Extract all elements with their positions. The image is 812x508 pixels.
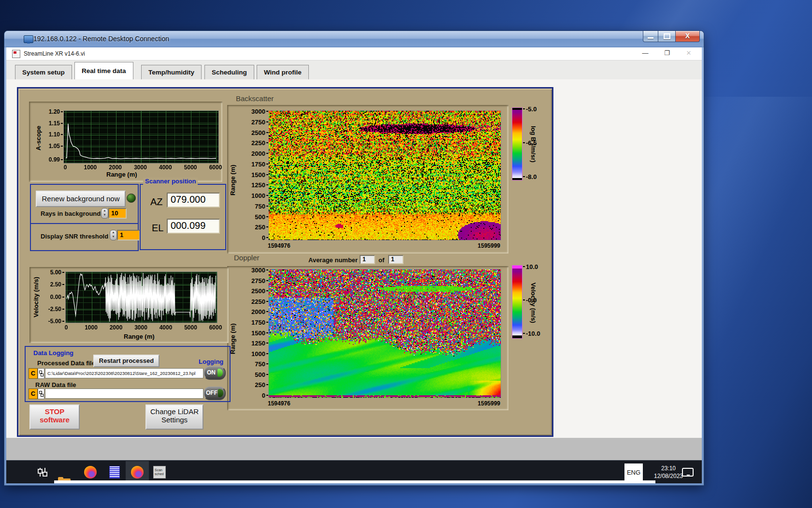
axis-tick-label (266, 216, 268, 217)
axis-tick-label (266, 363, 268, 364)
axis-tick-label (61, 111, 63, 112)
rays-in-background-label: Rays in background (41, 210, 101, 217)
rays-spinner[interactable]: ▲▼ (101, 208, 108, 219)
processed-drive-selector[interactable]: C (29, 368, 38, 379)
firefox-active-icon[interactable] (131, 466, 144, 478)
axis-tick-label (523, 266, 525, 267)
el-value-field[interactable]: 000.099 (167, 219, 220, 234)
scan-label-1: Scan (155, 468, 165, 472)
language-indicator[interactable]: ENG (624, 463, 643, 482)
app-window: StreamLine XR v14-6.vi — ❐ ✕ System setu… (6, 47, 702, 438)
scanner-position-title: Scanner position (143, 178, 198, 185)
tab-temp-humidity[interactable]: Temp/humidity (141, 65, 202, 79)
axis-tick-label (62, 309, 64, 310)
processed-data-file-label: Processed Data file (37, 359, 95, 367)
rdp-window: 192.168.0.122 - Remote Desktop Connectio… (4, 31, 704, 485)
velocity-plot-canvas (65, 271, 218, 323)
colorbar-tick-label: -10.0 (526, 330, 540, 337)
average-number-field[interactable]: 1 (360, 255, 375, 264)
velocity-graph: Velocity (m/s) Range (m) 5.002.500.00-2.… (29, 267, 229, 343)
axis-tick-label: 2000 (244, 308, 265, 315)
axis-tick-label: 6000 (206, 324, 225, 331)
rdp-close-button[interactable]: X (675, 31, 700, 42)
axis-tick-label (266, 311, 268, 312)
renew-background-button[interactable]: Renew background now (36, 191, 126, 207)
axis-tick-label (523, 108, 525, 109)
el-label: EL (152, 223, 163, 234)
axis-tick-label: 6000 (206, 164, 225, 171)
raw-browse-icon[interactable] (38, 388, 44, 399)
axis-tick-label: 250 (244, 381, 265, 388)
app-window-title: StreamLine XR v14-6.vi (24, 50, 85, 57)
ascope-plot-canvas (63, 110, 219, 164)
raw-drive-selector[interactable]: C (29, 388, 38, 399)
document-viewer-icon[interactable] (109, 466, 120, 478)
change-lidar-settings-button[interactable]: Change LiDAR Settings (145, 404, 203, 430)
axis-tick-label: 1.15 (41, 120, 60, 127)
peek-strip (54, 480, 655, 483)
processed-data-file-path[interactable]: C:\Lidar\Data\Proc\2023\202308\20230812\… (45, 368, 203, 378)
average-total-field[interactable]: 1 (388, 255, 404, 264)
tab-scheduling[interactable]: Scheduling (204, 65, 254, 79)
ascope-graph: A-scope Range (m) 1.201.151.101.050.9901… (29, 102, 222, 182)
restart-processed-file-button[interactable]: Restart processed file (93, 355, 160, 367)
axis-tick-label (61, 146, 63, 147)
task-view-icon[interactable] (37, 467, 48, 478)
axis-tick-label: 750 (244, 203, 265, 210)
backscatter-y-axis-label: Range (m) (229, 153, 236, 207)
remote-taskbar: Scan sched ENG 23:10 12/08/2023 (6, 460, 702, 483)
snr-threshold-box: Display SNR threshold ▲▼ 1 (30, 223, 139, 251)
axis-tick-label: 2750 (244, 119, 265, 126)
stop-line1: STOP (30, 407, 79, 416)
app-minimize-button[interactable]: — (638, 49, 652, 58)
az-value-field[interactable]: 079.000 (167, 193, 220, 208)
notification-center-icon[interactable] (682, 468, 694, 477)
stop-software-button[interactable]: STOP software (29, 404, 80, 430)
axis-tick-label: 0 (57, 324, 76, 331)
tab-real-time-data[interactable]: Real time data (74, 62, 133, 79)
axis-tick-label (61, 123, 63, 124)
axis-tick-label: 4000 (156, 164, 175, 171)
rdp-minimize-button[interactable] (643, 31, 658, 42)
axis-tick-label: 2500 (244, 129, 265, 136)
axis-tick-label: -2.50 (40, 306, 61, 313)
app-restore-button[interactable]: ❐ (660, 49, 674, 58)
close-icon: X (676, 32, 699, 40)
snr-value-field[interactable]: 1 (117, 230, 140, 240)
colorbar-tick-label: -5.0 (526, 105, 536, 113)
firefox-icon[interactable] (84, 466, 97, 478)
rdp-window-title: 192.168.0.122 - Remote Desktop Connectio… (33, 35, 169, 43)
scan-scheduler-icon[interactable]: Scan sched (153, 466, 166, 478)
axis-tick-label (266, 121, 268, 122)
axis-tick-label: 250 (244, 224, 265, 231)
processed-logging-toggle[interactable]: ON (203, 366, 226, 380)
axis-tick-label (62, 284, 64, 285)
app-close-button[interactable]: ✕ (682, 49, 696, 58)
app-titlebar[interactable]: StreamLine XR v14-6.vi — ❐ ✕ (6, 47, 702, 60)
background-controls-box: Renew background now Rays in background … (30, 184, 139, 224)
rays-value-field[interactable]: 10 (108, 208, 127, 219)
processed-browse-icon[interactable] (38, 368, 44, 379)
scan-label-2: sched (155, 472, 165, 476)
rdp-maximize-button[interactable] (658, 31, 676, 42)
axis-tick-label (266, 206, 268, 207)
axis-tick-label (266, 174, 268, 175)
axis-tick-label: 3000 (244, 108, 265, 115)
axis-tick-label: 1000 (244, 350, 265, 358)
data-logging-title: Data Logging (33, 349, 73, 357)
rdp-titlebar[interactable]: 192.168.0.122 - Remote Desktop Connectio… (4, 31, 704, 47)
axis-tick-label (266, 322, 268, 323)
axis-tick-label: 5000 (181, 324, 201, 331)
axis-tick-label (266, 301, 268, 302)
axis-tick-label (266, 290, 268, 291)
on-led-icon (218, 369, 223, 377)
raw-data-file-path[interactable] (45, 388, 203, 399)
axis-tick-label: 1000 (82, 324, 101, 331)
tab-wind-profile[interactable]: Wind profile (257, 65, 309, 79)
remote-session-area: StreamLine XR v14-6.vi — ❐ ✕ System setu… (6, 47, 702, 483)
stop-line2: software (30, 416, 79, 424)
snr-spinner[interactable]: ▲▼ (110, 230, 117, 240)
raw-logging-toggle[interactable]: OFF (203, 387, 226, 400)
axis-tick-label: -5.00 (40, 318, 61, 325)
tab-system-setup[interactable]: System setup (15, 65, 72, 79)
